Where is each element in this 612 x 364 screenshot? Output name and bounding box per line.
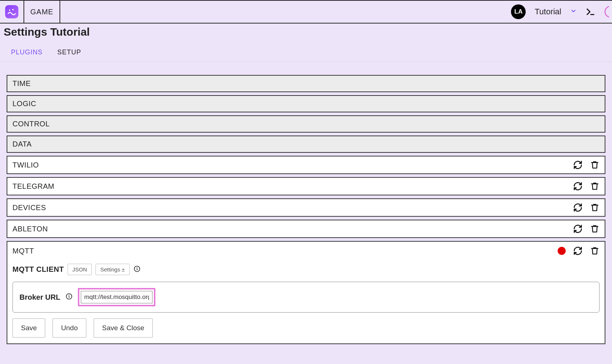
tabs: PLUGINS SETUP: [0, 38, 612, 62]
plugin-row-data[interactable]: DATA: [7, 136, 605, 153]
broker-url-highlight: [78, 288, 155, 306]
plugin-row-logic[interactable]: LOGIC: [7, 95, 605, 112]
game-mode-button[interactable]: GAME: [24, 1, 60, 23]
save-close-button[interactable]: Save & Close: [94, 318, 153, 338]
plugin-row-devices[interactable]: DEVICES: [7, 198, 605, 217]
svg-point-3: [9, 10, 10, 11]
refresh-icon[interactable]: [573, 224, 583, 234]
info-icon[interactable]: [65, 293, 73, 302]
plugin-row-ableton[interactable]: ABLETON: [7, 220, 605, 238]
trash-icon[interactable]: [590, 160, 600, 170]
settings-toggle-button[interactable]: Settings ±: [96, 264, 130, 275]
plugin-row-telegram[interactable]: TELEGRAM: [7, 177, 605, 195]
tab-plugins[interactable]: PLUGINS: [11, 48, 43, 56]
undo-button[interactable]: Undo: [53, 318, 86, 338]
trash-icon[interactable]: [590, 224, 600, 234]
project-name-label: Tutorial: [534, 7, 561, 17]
plugin-label: CONTROL: [12, 120, 50, 128]
plugin-row-mqtt-expanded: MQTT MQTT CLIENT JSON Settings ± Broker …: [7, 241, 605, 344]
page-title: Settings Tutorial: [0, 24, 612, 38]
mqtt-client-heading: MQTT CLIENT: [12, 265, 64, 274]
refresh-icon[interactable]: [573, 160, 583, 170]
plugin-row-twilio[interactable]: TWILIO: [7, 156, 605, 174]
broker-url-label: Broker URL: [19, 293, 60, 302]
tab-setup[interactable]: SETUP: [57, 48, 81, 56]
plugin-list: TIME LOGIC CONTROL DATA TWILIO TELEGRAM …: [0, 62, 612, 344]
chevron-down-icon: [570, 7, 577, 17]
app-logo-icon: [5, 5, 18, 18]
trash-icon[interactable]: [590, 181, 600, 191]
info-icon[interactable]: [133, 265, 141, 274]
plugin-label: TIME: [12, 79, 31, 88]
plugin-label: TWILIO: [12, 161, 39, 169]
plugin-label: DATA: [12, 140, 32, 148]
help-icon[interactable]: [604, 5, 609, 18]
trash-icon[interactable]: [590, 203, 600, 212]
plugin-label: LOGIC: [12, 100, 36, 108]
plugin-label: ABLETON: [12, 225, 48, 233]
logo-cell[interactable]: [0, 1, 24, 23]
plugin-label: DEVICES: [12, 203, 46, 212]
broker-url-input[interactable]: [81, 291, 152, 303]
avatar[interactable]: LA: [511, 4, 526, 19]
json-button[interactable]: JSON: [68, 264, 92, 275]
svg-point-4: [12, 9, 14, 10]
terminal-icon[interactable]: [586, 7, 595, 17]
plugin-label: MQTT: [12, 247, 34, 255]
plugin-label: TELEGRAM: [12, 182, 54, 191]
top-bar: GAME LA Tutorial: [0, 0, 612, 24]
status-dot-disconnected-icon: [558, 247, 566, 255]
project-selector[interactable]: Tutorial: [534, 7, 577, 17]
refresh-icon[interactable]: [573, 203, 583, 212]
plugin-row-control[interactable]: CONTROL: [7, 115, 605, 133]
save-button[interactable]: Save: [12, 318, 45, 338]
trash-icon[interactable]: [590, 246, 600, 256]
broker-url-card: Broker URL: [12, 282, 600, 313]
plugin-row-time[interactable]: TIME: [7, 75, 605, 92]
refresh-icon[interactable]: [573, 246, 583, 256]
svg-point-5: [605, 6, 609, 17]
refresh-icon[interactable]: [573, 181, 583, 191]
